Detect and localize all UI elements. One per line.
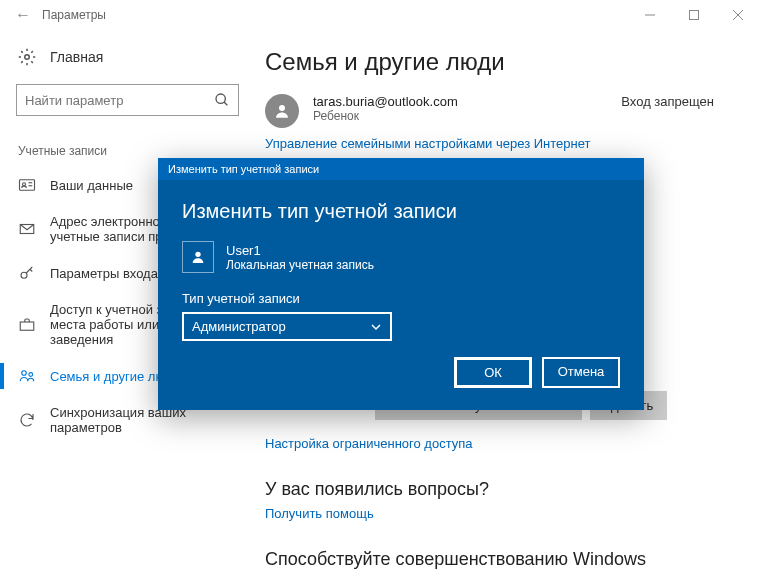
ok-button[interactable]: ОК bbox=[454, 357, 532, 388]
dialog-titlebar: Изменить тип учетной записи bbox=[158, 158, 644, 180]
family-member-row[interactable]: taras.buria@outlook.com Ребенок Вход зап… bbox=[265, 94, 744, 128]
search-box[interactable] bbox=[16, 84, 239, 116]
svg-point-15 bbox=[29, 373, 33, 377]
nav-label: Параметры входа bbox=[50, 266, 158, 281]
account-type-dropdown[interactable]: Администратор bbox=[182, 312, 392, 341]
member-role: Ребенок bbox=[313, 109, 458, 123]
mail-icon bbox=[18, 220, 36, 238]
change-account-type-dialog: Изменить тип учетной записи Изменить тип… bbox=[158, 158, 644, 410]
dropdown-value: Администратор bbox=[192, 319, 286, 334]
account-type-label: Тип учетной записи bbox=[182, 291, 620, 306]
window-title: Параметры bbox=[42, 8, 106, 22]
nav-label: Ваши данные bbox=[50, 178, 133, 193]
svg-rect-7 bbox=[20, 180, 35, 191]
svg-rect-13 bbox=[20, 322, 34, 330]
titlebar: ← Параметры bbox=[0, 0, 768, 30]
questions-heading: У вас появились вопросы? bbox=[265, 479, 744, 500]
key-icon bbox=[18, 264, 36, 282]
svg-point-14 bbox=[22, 371, 27, 376]
search-icon bbox=[214, 92, 230, 108]
home-label: Главная bbox=[50, 49, 103, 65]
page-title: Семья и другие люди bbox=[265, 48, 744, 76]
manage-family-link[interactable]: Управление семейными настройками через И… bbox=[265, 136, 744, 151]
dialog-heading: Изменить тип учетной записи bbox=[182, 200, 620, 223]
restricted-access-link[interactable]: Настройка ограниченного доступа bbox=[265, 436, 744, 451]
close-button[interactable] bbox=[716, 0, 760, 30]
people-icon bbox=[18, 367, 36, 385]
avatar bbox=[265, 94, 299, 128]
minimize-button[interactable] bbox=[628, 0, 672, 30]
svg-point-8 bbox=[23, 183, 26, 186]
svg-line-6 bbox=[224, 102, 227, 105]
get-help-link[interactable]: Получить помощь bbox=[265, 506, 744, 521]
svg-point-16 bbox=[279, 105, 285, 111]
dialog-username: User1 bbox=[226, 243, 374, 258]
user-icon bbox=[182, 241, 214, 273]
search-input[interactable] bbox=[25, 93, 214, 108]
id-icon bbox=[18, 176, 36, 194]
dialog-user-row: User1 Локальная учетная запись bbox=[182, 241, 620, 273]
maximize-button[interactable] bbox=[672, 0, 716, 30]
cancel-button[interactable]: Отмена bbox=[542, 357, 620, 388]
chevron-down-icon bbox=[370, 321, 382, 333]
svg-point-5 bbox=[216, 94, 225, 103]
member-email: taras.buria@outlook.com bbox=[313, 94, 458, 109]
briefcase-icon bbox=[18, 316, 36, 334]
back-button[interactable]: ← bbox=[8, 6, 38, 24]
svg-point-12 bbox=[21, 272, 27, 278]
feedback-heading: Способствуйте совершенствованию Windows bbox=[265, 549, 744, 570]
gear-icon bbox=[18, 48, 36, 66]
member-status: Вход запрещен bbox=[621, 94, 744, 109]
dialog-usertype: Локальная учетная запись bbox=[226, 258, 374, 272]
home-link[interactable]: Главная bbox=[0, 42, 255, 72]
svg-point-4 bbox=[25, 55, 30, 60]
svg-rect-1 bbox=[690, 11, 699, 20]
sync-icon bbox=[18, 411, 36, 429]
svg-point-17 bbox=[195, 252, 200, 257]
